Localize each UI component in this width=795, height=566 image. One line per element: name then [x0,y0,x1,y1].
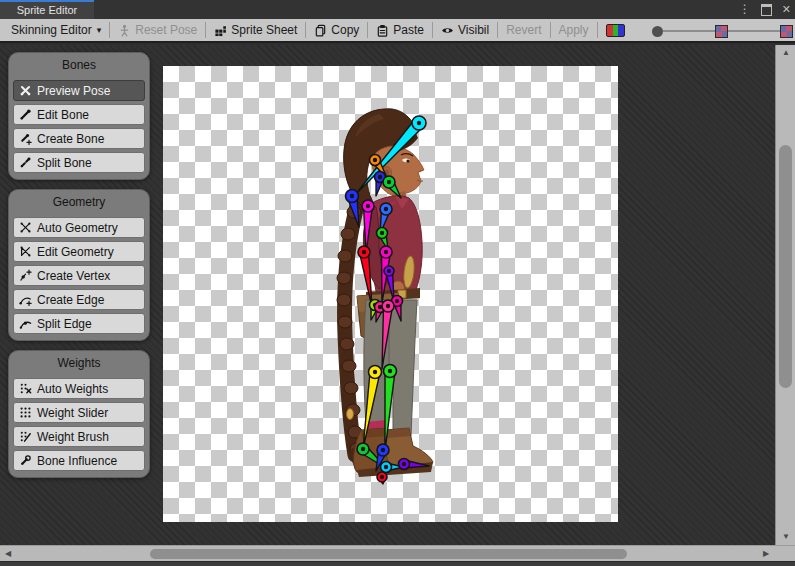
skinning-editor-dropdown[interactable]: Skinning Editor▾ [4,19,108,41]
weight-slider-label: Weight Slider [37,406,108,420]
create-edge-button[interactable]: Create Edge [13,289,145,310]
toolbar-separator [305,22,306,38]
bone-create-icon [19,132,32,145]
split-bone-button[interactable]: Split Bone [13,152,145,173]
window-controls: ⋮ ✕ [739,0,791,19]
split-edge-label: Split Edge [37,317,92,331]
auto-geometry-label: Auto Geometry [37,221,118,235]
slider-track[interactable] [663,30,715,32]
chevron-down-icon: ▾ [97,25,102,35]
edit-bone-label: Edit Bone [37,108,89,122]
mip-large-icon [780,25,793,38]
auto-weights-button[interactable]: Auto Weights [13,378,145,399]
revert-button[interactable]: Revert [499,19,548,41]
reset-pose-button[interactable]: Reset Pose [111,19,204,41]
sprite-sheet-button-label: Sprite Sheet [231,23,297,37]
bone-influence-icon [19,454,32,467]
apply-button[interactable]: Apply [552,19,596,41]
paste-button-label: Paste [393,23,424,37]
bone-joint-center [384,250,388,254]
rgb-icon [606,24,625,37]
window-bottom-edge [0,561,795,566]
weight-brush-button[interactable]: Weight Brush [13,426,145,447]
panel-title-geometry: Geometry [13,193,145,214]
vertical-scrollbar-thumb[interactable] [779,145,792,388]
scroll-left-icon[interactable]: ◀ [5,549,11,559]
eye-icon [441,24,454,37]
bone-joint-center [386,304,390,308]
weights-slider-icon [19,406,32,419]
copy-button[interactable]: Copy [307,19,366,41]
toolbar-separator [597,22,598,38]
vertical-scrollbar[interactable]: ▲ ▼ [775,45,795,545]
slider-knob[interactable] [652,26,663,37]
toolbar-separator [432,22,433,38]
edge-split-icon [19,317,32,330]
zoom-slider[interactable] [652,19,793,43]
toolbar-separator [205,22,206,38]
bone-joint-center [362,250,366,254]
create-vertex-button[interactable]: Create Vertex [13,265,145,286]
scroll-up-icon[interactable]: ▲ [782,48,790,58]
window-tab-bar: Sprite Editor ⋮ ✕ [0,0,795,20]
preview-pose-button[interactable]: Preview Pose [13,80,145,101]
preview-pose-label: Preview Pose [37,84,110,98]
bone-joint-center [378,175,382,179]
tab-sprite-editor[interactable]: Sprite Editor [0,0,94,19]
paste-button[interactable]: Paste [369,19,431,41]
horizontal-scrollbar[interactable]: ◀ ▶ [0,545,775,561]
bone-joint-center [380,231,384,235]
geo-edit-icon [19,245,32,258]
toolbar-separator [367,22,368,38]
bone-joint-center [417,121,421,125]
scroll-right-icon[interactable]: ▶ [763,549,769,559]
bone-joint-center [388,369,392,373]
toolbar-separator [497,22,498,38]
toolbar-separator [109,22,110,38]
create-bone-button[interactable]: Create Bone [13,128,145,149]
weight-slider-button[interactable]: Weight Slider [13,402,145,423]
tab-title: Sprite Editor [17,4,78,16]
scroll-down-icon[interactable]: ▼ [782,532,790,542]
edit-geometry-label: Edit Geometry [37,245,114,259]
toolbar-separator [550,22,551,38]
rgb-toggle-button[interactable] [599,19,632,41]
split-edge-button[interactable]: Split Edge [13,313,145,334]
apply-button-label: Apply [559,23,589,37]
sprite-canvas[interactable] [163,66,618,522]
copy-button-label: Copy [331,23,359,37]
paste-icon [376,24,389,37]
canvas-graphics [163,66,618,522]
bone-joint-center [373,370,377,374]
auto-geometry-button[interactable]: Auto Geometry [13,217,145,238]
weights-auto-icon [19,382,32,395]
close-icon[interactable]: ✕ [782,0,791,19]
visibility-button[interactable]: Visibil [434,19,496,41]
bone-joint-center [350,194,354,198]
edge-create-icon [19,293,32,306]
sprite-sheet-icon [214,24,227,37]
slider-track[interactable] [728,30,780,32]
bone-influence-label: Bone Influence [37,454,117,468]
edit-bone-button[interactable]: Edit Bone [13,104,145,125]
scrollbar-corner [775,545,795,561]
bone-joint-center [373,158,377,162]
horizontal-scrollbar-thumb[interactable] [150,549,627,559]
mip-small-icon [715,25,728,38]
maximize-icon[interactable] [761,4,772,16]
auto-weights-label: Auto Weights [37,382,108,396]
panel-bones: BonesPreview PoseEdit BoneCreate BoneSpl… [8,52,150,180]
vertex-create-icon [19,269,32,282]
bone-split-icon [19,156,32,169]
skinning-viewport[interactable]: BonesPreview PoseEdit BoneCreate BoneSpl… [0,45,775,545]
weights-brush-icon [19,430,32,443]
bone-joint-center [387,269,391,273]
bone-influence-button[interactable]: Bone Influence [13,450,145,471]
kebab-menu-icon[interactable]: ⋮ [739,0,751,19]
skeleton-icon [118,24,131,37]
create-vertex-label: Create Vertex [37,269,110,283]
edit-geometry-button[interactable]: Edit Geometry [13,241,145,262]
skinning-editor-dropdown-label: Skinning Editor [11,23,92,37]
sprite-sheet-button[interactable]: Sprite Sheet [207,19,304,41]
panel-geometry: GeometryAuto GeometryEdit GeometryCreate… [8,189,150,341]
